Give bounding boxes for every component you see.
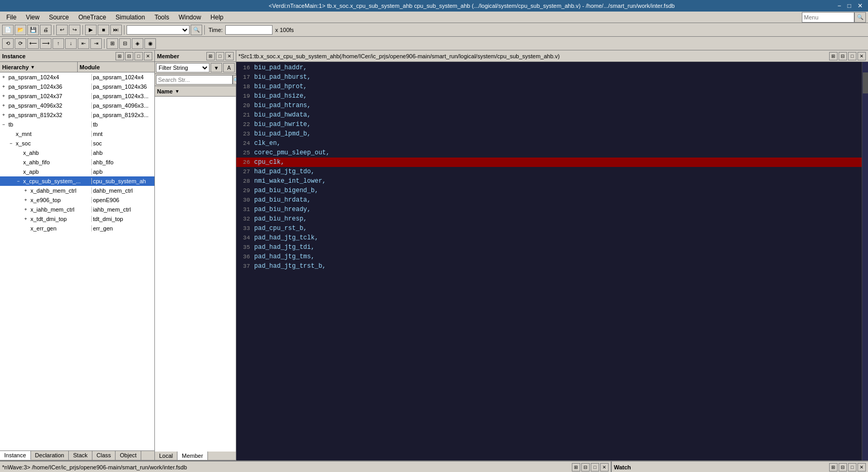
tab-class[interactable]: Class xyxy=(92,451,116,460)
print-btn[interactable]: 🖨 xyxy=(40,25,51,35)
expand-icon[interactable]: + xyxy=(22,216,29,222)
source-line-29[interactable]: 29pad_biu_bigend_b, xyxy=(236,186,862,195)
tb2-btn4[interactable]: ⟶ xyxy=(40,38,51,49)
menu-file[interactable]: File xyxy=(2,13,20,22)
tb2-btn9[interactable]: ⊞ xyxy=(107,38,118,49)
expand-icon[interactable]: + xyxy=(22,197,29,203)
source-line-36[interactable]: 36pad_had_jtg_tms, xyxy=(236,252,862,261)
menu-onetrace[interactable]: OneTrace xyxy=(74,13,110,22)
tree-item-xapb[interactable]: x_apb apb xyxy=(0,167,154,176)
source-scrollbar-v[interactable] xyxy=(862,62,868,460)
tb2-btn3[interactable]: ⟵ xyxy=(27,38,39,49)
tree-item-pa8192x32[interactable]: + pa_spsram_8192x32 pa_spsram_8192x3... xyxy=(0,110,154,120)
tree-item-tb[interactable]: − tb tb xyxy=(0,120,154,129)
menu-simulation[interactable]: Simulation xyxy=(111,13,149,22)
save-btn[interactable]: 💾 xyxy=(27,25,39,35)
menu-window[interactable]: Window xyxy=(174,13,205,22)
scope-select[interactable] xyxy=(127,25,190,35)
menu-tools[interactable]: Tools xyxy=(150,13,173,22)
source-line-30[interactable]: 30pad_biu_hrdata, xyxy=(236,195,862,205)
tree-item-xiahb[interactable]: + x_iahb_mem_ctrl iahb_mem_ctrl xyxy=(0,205,154,214)
menu-search-btn[interactable]: 🔍 xyxy=(854,12,866,23)
tree-item-pa1024x4[interactable]: + pa_spsram_1024x4 pa_spsram_1024x4 xyxy=(0,72,154,82)
tb2-btn11[interactable]: ◈ xyxy=(132,38,143,49)
member-ctrl1[interactable]: ⊞ xyxy=(206,52,215,60)
source-line-27[interactable]: 27had_pad_jtg_tdo, xyxy=(236,167,862,176)
menu-source[interactable]: Source xyxy=(45,13,73,22)
tree-item-pa1024x37[interactable]: + pa_spsram_1024x37 pa_spsram_1024x3... xyxy=(0,91,154,101)
wave-close[interactable]: ✕ xyxy=(600,463,609,471)
open-btn[interactable]: 📂 xyxy=(15,25,26,35)
tree-item-xcpu[interactable]: − x_cpu_sub_system_... cpu_sub_system_ah xyxy=(0,176,154,186)
source-content[interactable]: 16biu_pad_haddr,17biu_pad_hburst,18biu_p… xyxy=(236,62,862,460)
expand-icon[interactable]: + xyxy=(0,103,7,108)
source-ctrl3[interactable]: □ xyxy=(848,52,856,60)
expand-icon[interactable]: + xyxy=(22,207,29,212)
source-line-32[interactable]: 32pad_biu_hresp, xyxy=(236,214,862,224)
filter-btn2[interactable]: A xyxy=(223,63,235,72)
new-btn[interactable]: 📄 xyxy=(2,25,14,35)
tb2-btn5[interactable]: ↑ xyxy=(53,38,64,49)
source-ctrl1[interactable]: ⊞ xyxy=(829,52,838,60)
tree-item-xmnt[interactable]: x_mnt mnt xyxy=(0,129,154,139)
member-tab-member[interactable]: Member xyxy=(177,452,207,460)
source-line-35[interactable]: 35pad_had_jtg_tdi, xyxy=(236,243,862,252)
filter-btn1[interactable]: ▼ xyxy=(211,63,222,72)
menu-view[interactable]: View xyxy=(22,13,44,22)
source-line-16[interactable]: 16biu_pad_haddr, xyxy=(236,63,862,72)
source-line-21[interactable]: 21biu_pad_hwdata, xyxy=(236,110,862,120)
redo-btn[interactable]: ↪ xyxy=(69,25,80,35)
source-line-22[interactable]: 22biu_pad_hwrite, xyxy=(236,120,862,129)
tab-stack[interactable]: Stack xyxy=(69,451,92,460)
tb2-btn6[interactable]: ↓ xyxy=(65,38,77,49)
undo-btn[interactable]: ↩ xyxy=(56,25,68,35)
watch-ctrl2[interactable]: ⊟ xyxy=(839,463,847,471)
source-close[interactable]: ✕ xyxy=(857,52,866,60)
expand-icon[interactable]: − xyxy=(0,122,7,127)
member-tab-local[interactable]: Local xyxy=(155,452,177,460)
maximize-button[interactable]: □ xyxy=(845,2,853,9)
wave-ctrl3[interactable]: □ xyxy=(591,463,599,471)
expand-icon[interactable]: + xyxy=(22,188,29,193)
member-search-input[interactable] xyxy=(156,75,233,85)
watch-ctrl1[interactable]: ⊞ xyxy=(829,463,838,471)
source-line-17[interactable]: 17biu_pad_hburst, xyxy=(236,72,862,82)
source-line-23[interactable]: 23biu_pad_lpmd_b, xyxy=(236,129,862,139)
source-line-31[interactable]: 31pad_biu_hready, xyxy=(236,205,862,214)
time-input[interactable]: 1,390,900,000 xyxy=(225,25,273,35)
expand-icon[interactable]: + xyxy=(0,84,7,89)
expand-icon[interactable]: + xyxy=(0,93,7,99)
source-line-26[interactable]: 26cpu_clk, xyxy=(236,158,862,167)
expand-icon[interactable]: − xyxy=(7,141,15,146)
expand-icon[interactable]: + xyxy=(0,112,7,118)
tree-item-pa4096x32[interactable]: + pa_spsram_4096x32 pa_spsram_4096x3... xyxy=(0,101,154,110)
scroll-thumb[interactable] xyxy=(863,72,868,93)
stop-btn[interactable]: ■ xyxy=(98,25,109,35)
watch-ctrl3[interactable]: □ xyxy=(848,463,856,471)
tb2-btn1[interactable]: ⟲ xyxy=(2,38,14,49)
member-close[interactable]: ✕ xyxy=(225,52,234,60)
close-button[interactable]: ✕ xyxy=(855,2,865,9)
search-scope-btn[interactable]: 🔍 xyxy=(191,25,202,35)
tab-object[interactable]: Object xyxy=(116,451,141,460)
instance-ctrl3[interactable]: □ xyxy=(134,52,143,60)
tree-item-xahb[interactable]: x_ahb ahb xyxy=(0,148,154,158)
instance-ctrl2[interactable]: ⊟ xyxy=(125,52,133,60)
tree-item-xerr[interactable]: x_err_gen err_gen xyxy=(0,224,154,233)
tab-declaration[interactable]: Declaration xyxy=(31,451,69,460)
wave-ctrl1[interactable]: ⊞ xyxy=(572,463,580,471)
menu-search-input[interactable] xyxy=(802,12,854,23)
source-ctrl2[interactable]: ⊟ xyxy=(839,52,847,60)
minimize-button[interactable]: − xyxy=(835,2,843,9)
tree-item-xe906[interactable]: + x_e906_top openE906 xyxy=(0,195,154,205)
instance-close[interactable]: ✕ xyxy=(144,52,152,60)
source-line-20[interactable]: 20biu_pad_htrans, xyxy=(236,101,862,110)
source-line-18[interactable]: 18biu_pad_hprot, xyxy=(236,82,862,91)
source-line-25[interactable]: 25corec_pmu_sleep_out, xyxy=(236,148,862,158)
tree-item-pa1024x36[interactable]: + pa_spsram_1024x36 pa_spsram_1024x36 xyxy=(0,82,154,91)
source-line-24[interactable]: 24clk_en, xyxy=(236,139,862,148)
tb2-btn8[interactable]: ⇥ xyxy=(90,38,102,49)
member-ctrl2[interactable]: □ xyxy=(216,52,224,60)
expand-icon[interactable]: − xyxy=(15,179,22,184)
tb2-btn12[interactable]: ◉ xyxy=(144,38,156,49)
